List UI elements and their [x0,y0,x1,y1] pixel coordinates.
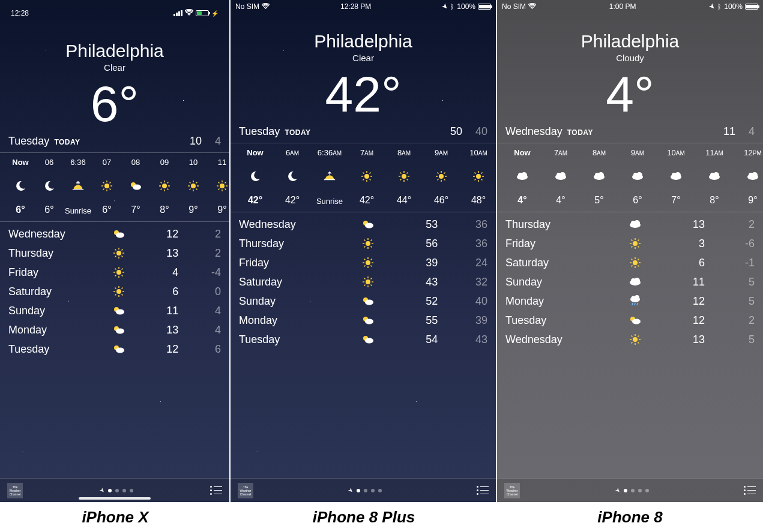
page-dot[interactable] [130,489,133,492]
svg-line-208 [638,336,639,337]
forecast-row[interactable]: Sunday 11 5 [505,272,755,291]
forecast-row[interactable]: Wednesday 12 2 [8,224,221,244]
page-dot[interactable] [108,489,112,492]
weather-channel-logo[interactable]: TheWeatherChannel [7,483,23,498]
page-indicator[interactable]: ➤ [100,487,133,494]
page-dot[interactable] [115,489,119,492]
daily-forecast[interactable]: Wednesday 12 2 Thursday 13 2 Friday 4 -4… [0,222,229,478]
forecast-row[interactable]: Tuesday 54 43 [239,330,487,349]
page-dot[interactable] [631,489,635,492]
hour-cell[interactable]: 09 8° [150,158,179,215]
sunrise-icon [71,180,85,193]
hourly-forecast[interactable]: Now 42° 6AM 42° 6:36AM Sunrise 7AM 42° 8… [231,143,496,212]
weather-channel-logo[interactable]: TheWeatherChannel [504,483,520,498]
hour-time: 6AM [286,148,299,157]
hour-cell[interactable]: 07 6° [92,158,121,215]
forecast-row[interactable]: Monday 13 4 [8,320,221,339]
hour-cell[interactable]: 8AM 44° [385,148,423,206]
page-dot[interactable] [624,489,627,492]
phone-screen-1: No SIM 12:28 PM ➤ ᛒ 100% Philadelphia Cl… [231,0,497,502]
hour-cell[interactable]: 11AM 8° [695,148,734,206]
page-dot[interactable] [378,489,382,492]
forecast-row[interactable]: Thursday 13 2 [505,215,755,234]
forecast-row[interactable]: Saturday 6 0 [8,282,221,301]
forecast-row[interactable]: Monday 55 39 [239,311,487,330]
daily-forecast[interactable]: Thursday 13 2 Friday 3 -6 Saturday 6 -1 … [497,212,763,478]
forecast-row[interactable]: Sunday 11 4 [8,301,221,320]
svg-line-29 [196,182,198,183]
hour-value: 6° [102,205,111,215]
hour-cell[interactable]: 10AM 48° [460,148,496,206]
hour-cell[interactable]: Now 42° [237,148,274,206]
forecast-low: 2 [178,228,221,241]
page-dot[interactable] [122,489,126,492]
hour-cell[interactable]: 12PM 9° [734,148,763,206]
forecast-row[interactable]: Monday 12 5 [505,291,755,311]
hour-cell[interactable]: 6AM 42° [274,148,311,206]
hour-time: 6:36AM [318,148,342,157]
forecast-row[interactable]: Friday 3 -6 [505,234,755,253]
hour-cell[interactable]: 7AM 42° [348,148,385,206]
forecast-row[interactable]: Thursday 56 36 [239,234,487,253]
svg-point-42 [116,251,121,256]
hour-cell[interactable]: 6:36 Sunrise [64,158,92,215]
forecast-row[interactable]: Thursday 13 2 [8,244,221,263]
forecast-day: Friday [505,238,615,250]
list-button[interactable] [210,486,222,495]
sun-icon [360,170,373,183]
hour-cell[interactable]: 9AM 46° [423,148,460,206]
page-dot[interactable] [364,489,367,492]
hour-cell[interactable]: 9AM 6° [618,148,657,206]
forecast-row[interactable]: Sunday 52 40 [239,291,487,311]
svg-point-168 [752,172,758,178]
page-dot[interactable] [371,489,375,492]
hour-cell[interactable]: 6:36AM Sunrise [311,148,348,206]
forecast-row[interactable]: Tuesday 12 6 [8,339,221,359]
forecast-high: 13 [655,333,705,346]
list-button[interactable] [477,486,489,495]
forecast-row[interactable]: Tuesday 12 2 [505,311,755,330]
hour-cell[interactable]: 8AM 5° [580,148,618,206]
sun-icon [472,170,485,183]
svg-point-171 [634,220,640,226]
forecast-row[interactable]: Saturday 43 32 [239,272,487,291]
page-indicator[interactable]: ➤ [348,487,382,494]
hourly-forecast[interactable]: Now 6° 06 6° 6:36 Sunrise 07 6° 08 7° 09… [0,153,229,222]
hour-cell[interactable]: 10 9° [179,158,208,215]
weather-footer: TheWeatherChannel ➤ [497,478,763,502]
hour-time: 7AM [360,148,373,157]
hour-time: Now [12,158,28,167]
page-dot[interactable] [645,489,649,492]
svg-line-178 [638,247,639,248]
forecast-row[interactable]: Saturday 6 -1 [505,253,755,272]
forecast-row[interactable]: Wednesday 13 5 [505,330,755,349]
svg-point-181 [633,260,638,265]
daily-forecast[interactable]: Wednesday 53 36 Thursday 56 36 Friday 39… [231,212,496,478]
hour-value: 42° [360,195,374,206]
hour-cell[interactable]: 06 6° [35,158,64,215]
forecast-day: Wednesday [8,228,102,241]
hourly-forecast[interactable]: Now 4° 7AM 4° 8AM 5° 9AM 6° 10AM 7° 11AM… [497,143,763,212]
list-button[interactable] [744,486,756,495]
hour-cell[interactable]: Now 6° [6,158,35,215]
hour-cell[interactable]: Now 4° [503,148,541,206]
forecast-row[interactable]: Wednesday 53 36 [239,215,487,234]
svg-line-207 [638,342,639,344]
status-bar: 12:28 ⚡ [0,0,229,23]
hour-cell[interactable]: 11 9° [208,158,229,215]
forecast-low: -1 [705,257,755,269]
page-dot[interactable] [357,489,360,492]
hour-cell[interactable]: 08 7° [121,158,150,215]
forecast-row[interactable]: Friday 4 -4 [8,263,221,282]
svg-point-22 [191,184,196,188]
page-dot[interactable] [638,489,642,492]
home-indicator[interactable] [79,497,151,500]
page-indicator[interactable]: ➤ [615,487,649,494]
cloud-icon [615,277,655,287]
today-row: Tuesday TODAY 10 4 [0,135,229,153]
hour-cell[interactable]: 7AM 4° [541,148,580,206]
forecast-row[interactable]: Friday 39 24 [239,253,487,272]
forecast-day: Monday [505,295,615,308]
weather-channel-logo[interactable]: TheWeatherChannel [238,483,253,498]
hour-cell[interactable]: 10AM 7° [657,148,695,206]
